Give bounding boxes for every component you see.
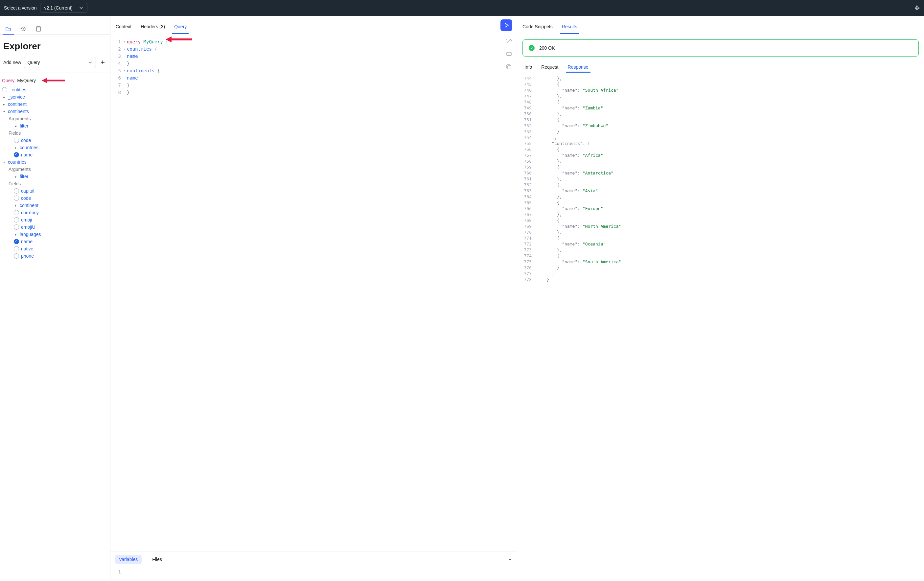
run-button[interactable] [500,20,512,31]
svg-rect-2 [508,66,511,69]
add-new-row: Add new Query + [0,57,110,73]
svg-rect-3 [507,65,510,68]
tree-item-emoji[interactable]: emoji [2,216,108,223]
add-query-button[interactable]: + [99,58,107,67]
tab-files[interactable]: Files [148,555,166,564]
tree-group-arguments: Arguments [2,115,108,122]
annotation-arrow-icon [42,78,65,84]
fullscreen-icon[interactable] [506,51,513,58]
tree-item-phone[interactable]: phone [2,253,108,260]
collapse-chevron-icon[interactable] [508,557,512,561]
tree-group-fields: Fields [2,129,108,137]
magic-wand-icon[interactable] [506,38,513,45]
tree-item-languages[interactable]: ▸languages [2,231,108,238]
tab-results[interactable]: Results [561,24,578,34]
explorer-panel: Explorer Add new Query + Query MyQuery _… [0,16,111,581]
version-selector-group: Select a version v2.1 (Current) [4,3,87,13]
subtab-response[interactable]: Response [567,62,589,72]
query-panel: Context Headers (3) Query 1▾query MyQuer… [111,16,517,581]
query-tabs: Context Headers (3) Query [111,16,517,34]
response-subtabs: Info Request Response [517,62,924,72]
tree-item-countries[interactable]: ▾countries [2,158,108,166]
field-tree: _entities ▸_service ▸continent ▾continen… [0,86,110,581]
left-tool-tabs [0,16,110,34]
tree-group-arguments-2: Arguments [2,166,108,173]
tree-item-continent[interactable]: ▸continent [2,101,108,108]
tree-item-emojiu[interactable]: emojiU [2,223,108,231]
query-editor-wrap: 1▾query MyQuery {2▾ countries {3 name4 }… [111,34,517,551]
status-box: ✓ 200 OK [523,40,919,56]
tree-item-name[interactable]: name [2,151,108,158]
version-label: Select a version [4,5,37,10]
status-text: 200 OK [539,45,554,51]
tree-item-code[interactable]: code [2,137,108,144]
add-new-label: Add new [3,60,21,65]
query-keyword: Query [2,78,15,83]
tab-query[interactable]: Query [173,24,187,34]
results-panel: Code Snippets Results ✓ 200 OK Info Requ… [517,16,924,581]
chevron-down-icon [79,6,83,10]
tree-group-fields-2: Fields [2,180,108,187]
saved-tab-icon[interactable] [35,27,42,34]
tree-item-continent-field[interactable]: ▸continent [2,202,108,209]
tree-item-native[interactable]: native [2,245,108,253]
version-value: v2.1 (Current) [45,5,73,10]
tree-item-capital[interactable]: capital [2,187,108,195]
bottom-tabs: Variables Files 1 [111,551,517,581]
tab-headers[interactable]: Headers (3) [140,24,166,34]
tab-variables[interactable]: Variables [115,555,142,564]
editor-tools [506,38,513,71]
response-body[interactable]: 744 },745 {746 "name": "South Africa"747… [517,72,924,581]
svg-rect-1 [507,52,511,56]
tree-item-entities[interactable]: _entities [2,86,108,93]
version-select[interactable]: v2.1 (Current) [40,3,87,13]
tab-context[interactable]: Context [115,24,132,34]
tree-item-currency[interactable]: currency [2,209,108,216]
tab-code-snippets[interactable]: Code Snippets [522,24,553,34]
query-editor[interactable]: 1▾query MyQuery {2▾ countries {3 name4 }… [111,34,517,551]
query-type-value: Query [27,60,40,65]
tree-item-continents[interactable]: ▾continents [2,108,108,115]
collapse-icon[interactable] [914,5,920,11]
history-tab-icon[interactable] [20,27,27,34]
svg-rect-0 [36,26,40,31]
explorer-tab-icon[interactable] [5,27,12,34]
variables-editor[interactable]: 1 [111,567,517,581]
subtab-info[interactable]: Info [524,62,533,72]
play-icon [504,23,509,28]
copy-icon[interactable] [506,64,513,71]
tree-item-service[interactable]: ▸_service [2,93,108,101]
explorer-title: Explorer [0,35,110,57]
results-tabs: Code Snippets Results [517,16,924,34]
success-icon: ✓ [529,45,535,51]
annotation-arrow-icon [166,36,192,43]
tree-item-countries-field[interactable]: ▸countries [2,144,108,151]
tree-item-name-2[interactable]: name [2,238,108,245]
query-type-select[interactable]: Query [24,57,96,68]
query-header: Query MyQuery [0,73,110,86]
tree-item-code-2[interactable]: code [2,195,108,202]
query-name: MyQuery [17,78,36,83]
top-bar: Select a version v2.1 (Current) [0,0,924,16]
subtab-request[interactable]: Request [541,62,559,72]
tree-item-filter[interactable]: ▸filter [2,122,108,129]
tree-item-filter-2[interactable]: ▸filter [2,173,108,180]
chevron-down-icon [88,61,92,64]
